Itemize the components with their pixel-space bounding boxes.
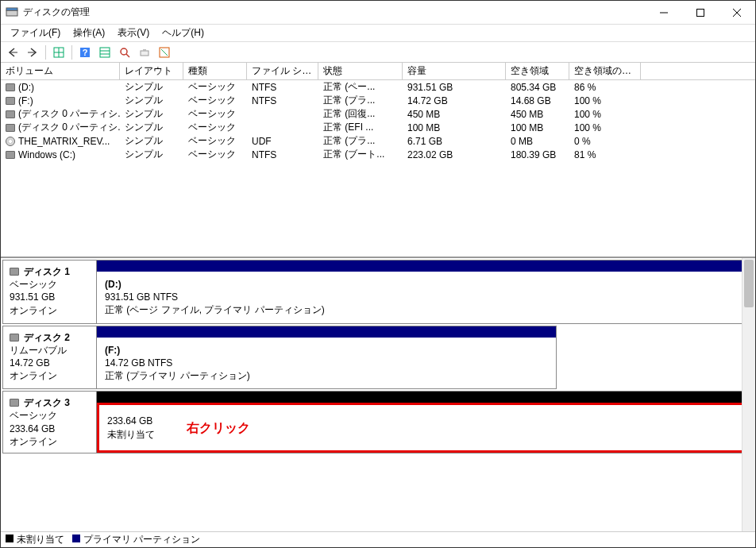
partition-title: (D:)	[105, 279, 122, 290]
cell-layout: シンプル	[120, 148, 183, 161]
partition-body-unallocated[interactable]: 233.64 GB 未割り当て 右クリック	[97, 403, 753, 453]
partition-stripe	[97, 326, 556, 338]
properties-icon[interactable]	[156, 44, 173, 61]
cell-fs: NTFS	[247, 149, 318, 160]
partition-body[interactable]: (D:) 931.51 GB NTFS 正常 (ページ ファイル, プライマリ …	[97, 272, 753, 323]
disk-graphic-3[interactable]: 233.64 GB 未割り当て 右クリック	[96, 391, 754, 453]
disk-graphic-2-empty	[557, 326, 754, 390]
table-row[interactable]: (F:)シンプルベーシックNTFS正常 (プラ...14.72 GB14.68 …	[1, 94, 755, 107]
cell-layout: シンプル	[120, 80, 183, 94]
cell-size: 100 MB	[403, 122, 506, 133]
cell-volume: THE_MATRIX_REV...	[1, 136, 120, 147]
cell-status: 正常 (プラ...	[318, 134, 403, 148]
cell-size: 6.71 GB	[403, 136, 506, 147]
cell-size: 931.51 GB	[403, 82, 506, 93]
table-row[interactable]: Windows (C:)シンプルベーシックNTFS正常 (ブート...223.0…	[1, 148, 755, 161]
disk-status: オンライン	[10, 304, 90, 317]
col-type[interactable]: 種類	[183, 63, 247, 79]
svg-rect-0	[6, 10, 17, 16]
list-body[interactable]: (D:)シンプルベーシックNTFS正常 (ペー...931.51 GB805.3…	[1, 80, 755, 257]
table-row[interactable]: (ディスク 0 パーティシ...シンプルベーシック正常 (回復...450 MB…	[1, 107, 755, 121]
menu-view[interactable]: 表示(V)	[111, 25, 156, 41]
list-header: ボリューム レイアウト 種類 ファイル システム 状態 容量 空き領域 空き領域…	[1, 63, 755, 80]
legend-primary: プライマリ パーティション	[72, 533, 200, 546]
cell-layout: シンプル	[120, 107, 183, 121]
view-list-icon[interactable]	[50, 44, 68, 61]
view-detail-icon[interactable]	[96, 44, 114, 61]
legend: 未割り当て プライマリ パーティション	[1, 531, 755, 547]
disk-size: 233.64 GB	[10, 423, 90, 435]
dvd-icon	[6, 137, 15, 146]
cell-pct: 86 %	[569, 82, 641, 93]
disk-icon	[10, 399, 19, 407]
svg-rect-13	[100, 48, 110, 57]
col-volume[interactable]: ボリューム	[1, 63, 120, 79]
disk-type: ベーシック	[10, 278, 90, 291]
cell-pct: 100 %	[569, 109, 641, 120]
col-status[interactable]: 状態	[318, 63, 403, 79]
disk-icon	[10, 268, 19, 276]
cell-free: 180.39 GB	[506, 149, 569, 160]
col-capacity[interactable]: 容量	[403, 63, 506, 79]
swatch-navy-icon	[72, 534, 80, 542]
disk-graphic-1[interactable]: (D:) 931.51 GB NTFS 正常 (ページ ファイル, プライマリ …	[96, 260, 754, 324]
close-button[interactable]	[719, 1, 755, 25]
disk-graphic-2-wrap: (F:) 14.72 GB NTFS 正常 (プライマリ パーティション)	[96, 326, 754, 390]
col-filesystem[interactable]: ファイル システム	[247, 63, 318, 79]
minimize-button[interactable]	[646, 1, 682, 25]
col-free[interactable]: 空き領域	[506, 63, 569, 79]
scrollbar-thumb[interactable]	[744, 260, 754, 307]
cell-fs: NTFS	[247, 95, 318, 106]
maximize-button[interactable]	[682, 1, 719, 25]
col-layout[interactable]: レイアウト	[120, 63, 183, 79]
disk-row-3: ディスク 3 ベーシック 233.64 GB オンライン 233.64 GB 未…	[2, 391, 754, 453]
action-icon[interactable]	[136, 44, 153, 61]
forward-button[interactable]	[24, 44, 41, 61]
table-row[interactable]: THE_MATRIX_REV...シンプルベーシックUDF正常 (プラ...6.…	[1, 134, 755, 148]
back-button[interactable]	[4, 44, 21, 61]
cell-size: 14.72 GB	[403, 95, 506, 106]
svg-rect-18	[141, 51, 148, 56]
cell-status: 正常 (EFI ...	[318, 121, 403, 134]
partition-body[interactable]: (F:) 14.72 GB NTFS 正常 (プライマリ パーティション)	[97, 338, 556, 389]
drive-icon	[6, 124, 15, 132]
annotation-right-click: 右クリック	[187, 419, 250, 437]
disk-graphic-2[interactable]: (F:) 14.72 GB NTFS 正常 (プライマリ パーティション)	[96, 326, 557, 390]
toolbar-separator	[45, 45, 46, 60]
drive-icon	[6, 110, 15, 118]
disk-name: ディスク 2	[24, 331, 70, 344]
menu-file[interactable]: ファイル(F)	[4, 25, 67, 41]
menu-action[interactable]: 操作(A)	[67, 25, 111, 41]
vertical-scrollbar[interactable]	[742, 258, 755, 531]
rescan-icon[interactable]	[116, 44, 133, 61]
disk-label-3[interactable]: ディスク 3 ベーシック 233.64 GB オンライン	[2, 391, 96, 453]
drive-icon	[6, 97, 15, 105]
titlebar: ディスクの管理	[1, 1, 755, 25]
cell-size: 223.02 GB	[403, 149, 506, 160]
drive-icon	[6, 151, 15, 159]
partition-size: 931.51 GB NTFS	[105, 291, 745, 303]
cell-status: 正常 (ペー...	[318, 80, 403, 94]
partition-title: (F:)	[105, 345, 120, 356]
col-freepct[interactable]: 空き領域の割...	[569, 63, 641, 79]
legend-unallocated: 未割り当て	[6, 533, 64, 546]
table-row[interactable]: (ディスク 0 パーティシ...シンプルベーシック正常 (EFI ...100 …	[1, 121, 755, 134]
disk-status: オンライン	[10, 435, 90, 448]
disk-label-1[interactable]: ディスク 1 ベーシック 931.51 GB オンライン	[2, 260, 96, 324]
cell-volume: Windows (C:)	[1, 149, 120, 160]
cell-status: 正常 (プラ...	[318, 94, 403, 107]
cell-type: ベーシック	[183, 107, 247, 121]
menu-help[interactable]: ヘルプ(H)	[156, 25, 210, 41]
cell-fs: NTFS	[247, 82, 318, 93]
disk-type: ベーシック	[10, 409, 90, 422]
table-row[interactable]: (D:)シンプルベーシックNTFS正常 (ペー...931.51 GB805.3…	[1, 80, 755, 94]
disk-size: 931.51 GB	[10, 291, 90, 303]
partition-state: 未割り当て	[107, 428, 155, 441]
app-icon	[6, 6, 18, 19]
svg-line-17	[126, 54, 129, 57]
disk-label-2[interactable]: ディスク 2 リムーバブル 14.72 GB オンライン	[2, 326, 96, 390]
partition-stripe-unallocated	[97, 392, 753, 403]
cell-type: ベーシック	[183, 80, 247, 94]
cell-pct: 0 %	[569, 136, 641, 147]
help-icon[interactable]: ?	[76, 44, 94, 61]
